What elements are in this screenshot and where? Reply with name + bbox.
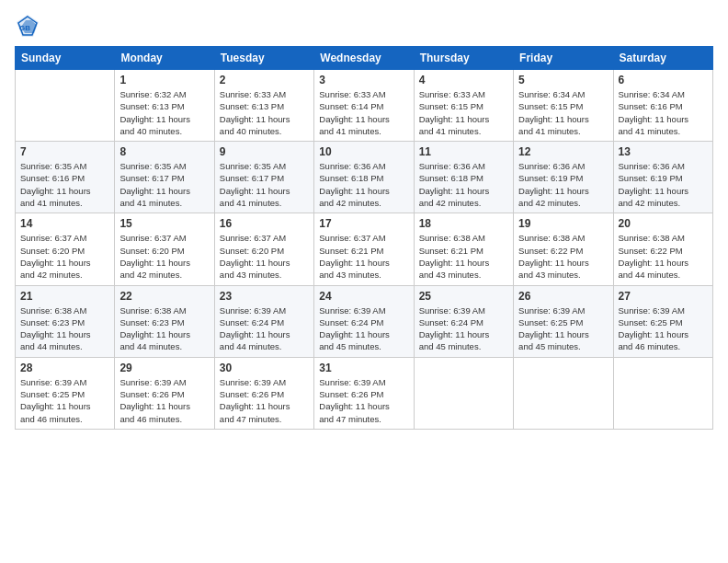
- cell-date-number: 23: [220, 290, 309, 303]
- cell-date-number: 16: [220, 217, 309, 230]
- calendar-table: SundayMondayTuesdayWednesdayThursdayFrid…: [15, 46, 713, 430]
- cell-info-text: Sunrise: 6:37 AMSunset: 6:20 PMDaylight:…: [119, 232, 209, 281]
- cell-info-text: Sunrise: 6:35 AMSunset: 6:17 PMDaylight:…: [119, 160, 209, 209]
- cell-date-number: 6: [619, 74, 708, 86]
- cell-date-number: 21: [20, 290, 109, 303]
- calendar-cell: [16, 70, 115, 142]
- calendar-cell: 12Sunrise: 6:36 AMSunset: 6:19 PMDayligh…: [514, 142, 613, 213]
- cell-info-text: Sunrise: 6:37 AMSunset: 6:21 PMDaylight:…: [319, 232, 408, 281]
- calendar-cell: 24Sunrise: 6:39 AMSunset: 6:24 PMDayligh…: [314, 285, 414, 357]
- calendar-cell: [414, 357, 513, 429]
- calendar-cell: 16Sunrise: 6:37 AMSunset: 6:20 PMDayligh…: [214, 213, 313, 285]
- calendar-cell: 7Sunrise: 6:35 AMSunset: 6:16 PMDaylight…: [16, 142, 115, 213]
- cell-info-text: Sunrise: 6:39 AMSunset: 6:24 PMDaylight:…: [220, 304, 309, 353]
- calendar-cell: 9Sunrise: 6:35 AMSunset: 6:17 PMDaylight…: [214, 142, 313, 213]
- cell-date-number: 19: [518, 217, 608, 230]
- calendar-cell: 5Sunrise: 6:34 AMSunset: 6:15 PMDaylight…: [514, 70, 613, 142]
- cell-info-text: Sunrise: 6:33 AMSunset: 6:15 PMDaylight:…: [419, 88, 508, 137]
- col-header-thursday: Thursday: [414, 47, 513, 70]
- calendar-cell: 25Sunrise: 6:39 AMSunset: 6:24 PMDayligh…: [414, 285, 513, 357]
- calendar-week-2: 7Sunrise: 6:35 AMSunset: 6:16 PMDaylight…: [16, 142, 713, 213]
- cell-date-number: 14: [20, 217, 109, 230]
- col-header-sunday: Sunday: [16, 47, 115, 70]
- cell-date-number: 3: [319, 74, 408, 86]
- calendar-cell: 31Sunrise: 6:39 AMSunset: 6:26 PMDayligh…: [314, 357, 414, 429]
- cell-date-number: 31: [319, 362, 408, 374]
- calendar-week-4: 21Sunrise: 6:38 AMSunset: 6:23 PMDayligh…: [16, 285, 713, 357]
- logo-icon: GB: [15, 13, 40, 39]
- cell-date-number: 11: [419, 145, 508, 158]
- cell-info-text: Sunrise: 6:39 AMSunset: 6:25 PMDaylight:…: [518, 304, 608, 353]
- cell-info-text: Sunrise: 6:36 AMSunset: 6:18 PMDaylight:…: [319, 160, 408, 209]
- calendar-cell: 28Sunrise: 6:39 AMSunset: 6:25 PMDayligh…: [16, 357, 115, 429]
- calendar-cell: 11Sunrise: 6:36 AMSunset: 6:18 PMDayligh…: [414, 142, 513, 213]
- cell-date-number: 4: [419, 74, 508, 86]
- cell-date-number: 24: [319, 290, 408, 303]
- calendar-cell: 4Sunrise: 6:33 AMSunset: 6:15 PMDaylight…: [414, 70, 513, 142]
- cell-info-text: Sunrise: 6:39 AMSunset: 6:24 PMDaylight:…: [319, 304, 408, 353]
- cell-date-number: 12: [518, 145, 608, 158]
- cell-date-number: 29: [119, 362, 209, 374]
- cell-info-text: Sunrise: 6:39 AMSunset: 6:26 PMDaylight:…: [220, 376, 309, 425]
- col-header-monday: Monday: [115, 47, 214, 70]
- calendar-cell: 13Sunrise: 6:36 AMSunset: 6:19 PMDayligh…: [613, 142, 712, 213]
- cell-date-number: 7: [20, 145, 109, 158]
- cell-info-text: Sunrise: 6:34 AMSunset: 6:16 PMDaylight:…: [619, 88, 708, 137]
- calendar-cell: 1Sunrise: 6:32 AMSunset: 6:13 PMDaylight…: [115, 70, 214, 142]
- cell-date-number: 1: [119, 74, 209, 86]
- calendar-cell: 21Sunrise: 6:38 AMSunset: 6:23 PMDayligh…: [16, 285, 115, 357]
- cell-date-number: 25: [419, 290, 508, 303]
- cell-date-number: 26: [518, 290, 608, 303]
- svg-text:GB: GB: [19, 24, 30, 32]
- cell-date-number: 27: [619, 290, 708, 303]
- cell-date-number: 30: [220, 362, 309, 374]
- calendar-cell: 15Sunrise: 6:37 AMSunset: 6:20 PMDayligh…: [115, 213, 214, 285]
- cell-date-number: 5: [518, 74, 608, 86]
- cell-info-text: Sunrise: 6:38 AMSunset: 6:23 PMDaylight:…: [20, 304, 109, 353]
- calendar-week-1: 1Sunrise: 6:32 AMSunset: 6:13 PMDaylight…: [16, 70, 713, 142]
- col-header-tuesday: Tuesday: [214, 47, 313, 70]
- cell-date-number: 28: [20, 362, 109, 374]
- calendar-cell: [613, 357, 712, 429]
- cell-date-number: 9: [220, 145, 309, 158]
- cell-info-text: Sunrise: 6:38 AMSunset: 6:22 PMDaylight:…: [518, 232, 608, 281]
- calendar-header-row: SundayMondayTuesdayWednesdayThursdayFrid…: [16, 47, 713, 70]
- cell-info-text: Sunrise: 6:36 AMSunset: 6:19 PMDaylight:…: [619, 160, 708, 209]
- cell-info-text: Sunrise: 6:37 AMSunset: 6:20 PMDaylight:…: [20, 232, 109, 281]
- calendar-cell: 10Sunrise: 6:36 AMSunset: 6:18 PMDayligh…: [314, 142, 414, 213]
- cell-info-text: Sunrise: 6:39 AMSunset: 6:25 PMDaylight:…: [20, 376, 109, 425]
- cell-info-text: Sunrise: 6:33 AMSunset: 6:13 PMDaylight:…: [220, 88, 309, 137]
- calendar-week-5: 28Sunrise: 6:39 AMSunset: 6:25 PMDayligh…: [16, 357, 713, 429]
- cell-info-text: Sunrise: 6:32 AMSunset: 6:13 PMDaylight:…: [119, 88, 209, 137]
- calendar-cell: 19Sunrise: 6:38 AMSunset: 6:22 PMDayligh…: [514, 213, 613, 285]
- cell-date-number: 20: [619, 217, 708, 230]
- calendar-cell: 30Sunrise: 6:39 AMSunset: 6:26 PMDayligh…: [214, 357, 313, 429]
- calendar-cell: 27Sunrise: 6:39 AMSunset: 6:25 PMDayligh…: [613, 285, 712, 357]
- cell-date-number: 17: [319, 217, 408, 230]
- cell-info-text: Sunrise: 6:36 AMSunset: 6:18 PMDaylight:…: [419, 160, 508, 209]
- cell-info-text: Sunrise: 6:37 AMSunset: 6:20 PMDaylight:…: [220, 232, 309, 281]
- cell-info-text: Sunrise: 6:34 AMSunset: 6:15 PMDaylight:…: [518, 88, 608, 137]
- calendar-week-3: 14Sunrise: 6:37 AMSunset: 6:20 PMDayligh…: [16, 213, 713, 285]
- cell-date-number: 8: [119, 145, 209, 158]
- cell-info-text: Sunrise: 6:35 AMSunset: 6:17 PMDaylight:…: [220, 160, 309, 209]
- cell-date-number: 10: [319, 145, 408, 158]
- calendar-cell: 2Sunrise: 6:33 AMSunset: 6:13 PMDaylight…: [214, 70, 313, 142]
- calendar-cell: 14Sunrise: 6:37 AMSunset: 6:20 PMDayligh…: [16, 213, 115, 285]
- cell-date-number: 22: [119, 290, 209, 303]
- cell-info-text: Sunrise: 6:35 AMSunset: 6:16 PMDaylight:…: [20, 160, 109, 209]
- calendar-cell: 26Sunrise: 6:39 AMSunset: 6:25 PMDayligh…: [514, 285, 613, 357]
- calendar-cell: 17Sunrise: 6:37 AMSunset: 6:21 PMDayligh…: [314, 213, 414, 285]
- header: GB: [15, 9, 713, 39]
- cell-date-number: 13: [619, 145, 708, 158]
- cell-info-text: Sunrise: 6:39 AMSunset: 6:24 PMDaylight:…: [419, 304, 508, 353]
- cell-info-text: Sunrise: 6:38 AMSunset: 6:23 PMDaylight:…: [119, 304, 209, 353]
- logo: GB: [15, 13, 44, 39]
- calendar-cell: 8Sunrise: 6:35 AMSunset: 6:17 PMDaylight…: [115, 142, 214, 213]
- col-header-wednesday: Wednesday: [314, 47, 414, 70]
- cell-info-text: Sunrise: 6:38 AMSunset: 6:21 PMDaylight:…: [419, 232, 508, 281]
- cell-date-number: 18: [419, 217, 508, 230]
- cell-info-text: Sunrise: 6:33 AMSunset: 6:14 PMDaylight:…: [319, 88, 408, 137]
- cell-info-text: Sunrise: 6:38 AMSunset: 6:22 PMDaylight:…: [619, 232, 708, 281]
- cell-info-text: Sunrise: 6:39 AMSunset: 6:25 PMDaylight:…: [619, 304, 708, 353]
